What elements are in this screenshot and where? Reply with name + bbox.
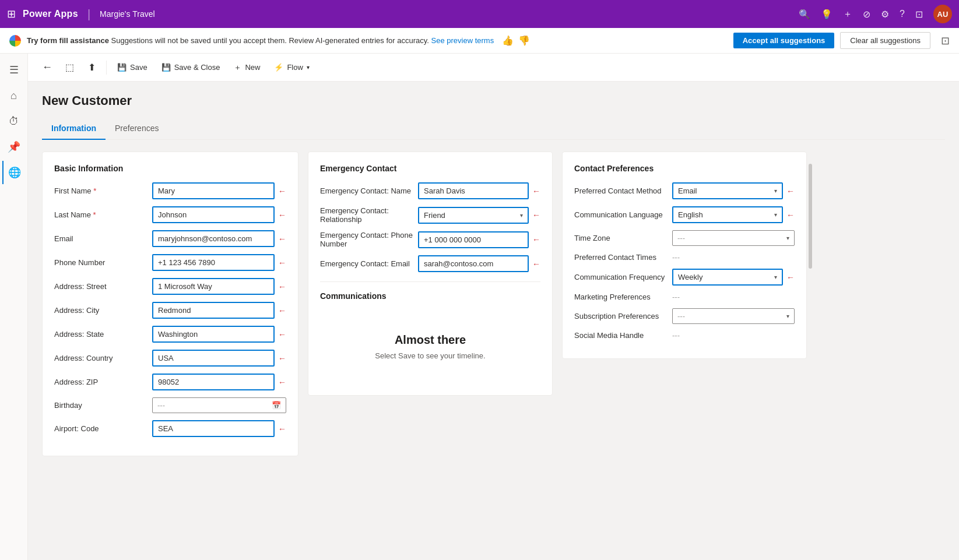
accept-all-button[interactable]: Accept all suggestions — [733, 33, 835, 48]
thumbs-up-icon[interactable]: 👍 — [502, 35, 514, 46]
add-icon[interactable]: ＋ — [843, 8, 852, 20]
last-name-input[interactable] — [152, 206, 275, 223]
almost-there-sub-text: Select Save to see your timeline. — [375, 351, 485, 360]
subscription-chevron: ▾ — [786, 313, 789, 319]
emergency-rel-select[interactable]: Friend ▾ — [418, 207, 529, 224]
emergency-phone-label: Emergency Contact: Phone Number — [320, 231, 413, 248]
calendar-icon: 📅 — [272, 401, 281, 410]
new-icon: ＋ — [234, 62, 241, 73]
app-layout: ☰ ⌂ ⏱ 📌 🌐 ← ⬚ ⬆ 💾 Save 💾 Save & Close — [0, 54, 959, 560]
comm-lang-select[interactable]: English ▾ — [672, 206, 783, 223]
side-panel-toggle-icon[interactable]: ⊡ — [941, 34, 950, 47]
city-label: Address: City — [54, 306, 147, 315]
filter-icon[interactable]: ⊘ — [863, 9, 870, 20]
emergency-rel-chevron: ▾ — [520, 212, 523, 219]
emergency-rel-wrap: Friend ▾ ← — [418, 207, 540, 224]
comm-freq-chevron: ▾ — [774, 274, 777, 280]
sidebar-item-pinned[interactable]: 📌 — [2, 135, 26, 159]
city-arrow: ← — [278, 306, 286, 315]
timezone-select[interactable]: --- ▾ — [672, 230, 795, 246]
new-button[interactable]: ＋ New — [228, 59, 266, 76]
back-button[interactable]: ← — [37, 59, 57, 76]
sidebar-item-recent[interactable]: ⏱ — [2, 110, 26, 133]
field-emergency-email: Emergency Contact: Email ← — [320, 255, 540, 272]
sidebar-item-home[interactable]: ⌂ — [2, 84, 26, 107]
zip-input[interactable] — [152, 374, 275, 390]
tab-preferences[interactable]: Preferences — [106, 118, 168, 140]
birthday-input[interactable]: --- 📅 — [152, 397, 286, 413]
emergency-phone-input[interactable] — [418, 231, 529, 248]
contact-method-select[interactable]: Email ▾ — [672, 182, 783, 199]
email-wrap: ← — [152, 230, 286, 247]
suggestion-banner: Try form fill assistance Suggestions wil… — [0, 28, 959, 54]
subscription-select[interactable]: --- ▾ — [672, 308, 795, 324]
emergency-email-label: Emergency Contact: Email — [320, 259, 413, 268]
share-button[interactable]: ⬆ — [82, 58, 101, 76]
emergency-contact-section: Emergency Contact Emergency Contact: Nam… — [308, 152, 553, 396]
search-icon[interactable]: 🔍 — [799, 9, 810, 20]
phone-wrap: ← — [152, 254, 286, 271]
street-input[interactable] — [152, 278, 275, 295]
comm-freq-label: Communication Frequency — [574, 273, 668, 281]
email-arrow: ← — [278, 234, 286, 244]
airport-input[interactable] — [152, 420, 275, 437]
sidebar-item-globe[interactable]: 🌐 — [2, 161, 26, 184]
street-label: Address: Street — [54, 282, 147, 291]
emergency-rel-arrow: ← — [532, 210, 540, 220]
city-input[interactable] — [152, 302, 275, 319]
clear-all-button[interactable]: Clear all suggestions — [840, 32, 930, 49]
save-close-button[interactable]: 💾 Save & Close — [156, 59, 226, 75]
toolbar-separator — [106, 61, 107, 75]
tab-information[interactable]: Information — [42, 118, 106, 140]
emergency-email-arrow: ← — [532, 259, 540, 269]
almost-there-text: Almost there — [395, 333, 466, 347]
save-button[interactable]: 💾 Save — [111, 59, 153, 75]
emergency-email-wrap: ← — [418, 255, 540, 272]
comm-freq-arrow: ← — [786, 273, 795, 282]
city-wrap: ← — [152, 302, 286, 319]
help-icon[interactable]: ? — [900, 9, 905, 19]
sidebar-item-hamburger[interactable]: ☰ — [2, 58, 26, 82]
flow-button[interactable]: ⚡ Flow ▾ — [268, 59, 315, 75]
form-sections: Basic Information First Name ← Last Name — [42, 152, 945, 456]
restore-button[interactable]: ⬚ — [59, 58, 80, 76]
zip-wrap: ← — [152, 374, 286, 390]
email-input[interactable] — [152, 230, 275, 247]
field-last-name: Last Name ← — [54, 206, 286, 223]
field-address-zip: Address: ZIP ← — [54, 374, 286, 390]
timezone-label: Time Zone — [574, 234, 668, 242]
comm-lang-chevron: ▾ — [774, 212, 777, 218]
street-wrap: ← — [152, 278, 286, 295]
grid-icon[interactable]: ⊞ — [7, 8, 16, 20]
field-address-country: Address: Country ← — [54, 350, 286, 367]
emergency-title: Emergency Contact — [320, 164, 540, 173]
emergency-phone-arrow: ← — [532, 235, 540, 244]
phone-label: Phone Number — [54, 258, 147, 267]
phone-input[interactable] — [152, 254, 275, 271]
first-name-input[interactable] — [152, 182, 275, 199]
comm-freq-select[interactable]: Weekly ▾ — [672, 269, 783, 286]
scrollbar[interactable] — [809, 164, 812, 269]
field-marketing-pref: Marketing Preferences --- — [574, 293, 795, 301]
timezone-wrap: --- ▾ — [672, 230, 795, 246]
avatar[interactable]: AU — [933, 5, 952, 23]
field-comm-language: Communication Language English ▾ ← — [574, 206, 795, 223]
form-page: New Customer Information Preferences Bas… — [28, 82, 959, 468]
state-input[interactable] — [152, 326, 275, 343]
communications-section: Communications Almost there Select Save … — [320, 281, 540, 383]
comm-lang-label: Communication Language — [574, 210, 668, 219]
field-emergency-relationship: Emergency Contact: Relationship Friend ▾… — [320, 206, 540, 224]
thumbs-down-icon[interactable]: 👎 — [518, 35, 530, 46]
country-input[interactable] — [152, 350, 275, 367]
share-icon: ⬆ — [88, 62, 96, 73]
emergency-name-input[interactable] — [418, 182, 529, 199]
emergency-email-input[interactable] — [418, 255, 529, 272]
contact-times-label: Preferred Contact Times — [574, 253, 668, 262]
user-profile-icon[interactable]: ⊡ — [915, 9, 923, 20]
settings-icon[interactable]: ⚙ — [881, 9, 889, 20]
field-address-city: Address: City ← — [54, 302, 286, 319]
comm-lang-arrow: ← — [786, 210, 795, 220]
lightbulb-icon[interactable]: 💡 — [821, 9, 832, 20]
preview-terms-link[interactable]: See preview terms — [431, 36, 494, 45]
country-arrow: ← — [278, 354, 286, 363]
